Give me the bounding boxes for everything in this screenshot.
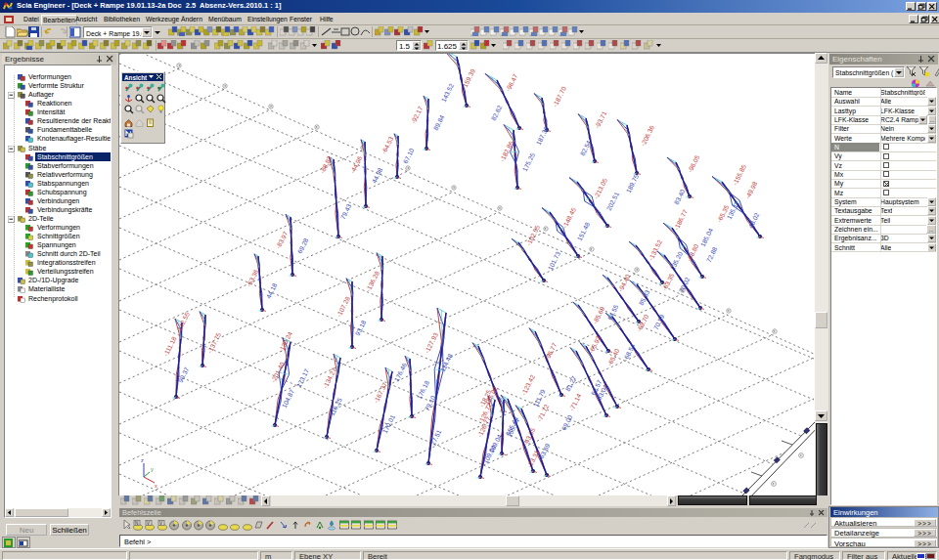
svg-text:y: y [151, 466, 154, 472]
svg-text:x: x [155, 483, 157, 489]
svg-text:V: V [159, 521, 162, 526]
svg-text:N: N [135, 521, 138, 526]
svg-text:z: z [141, 457, 144, 463]
svg-text:V: V [147, 521, 150, 526]
